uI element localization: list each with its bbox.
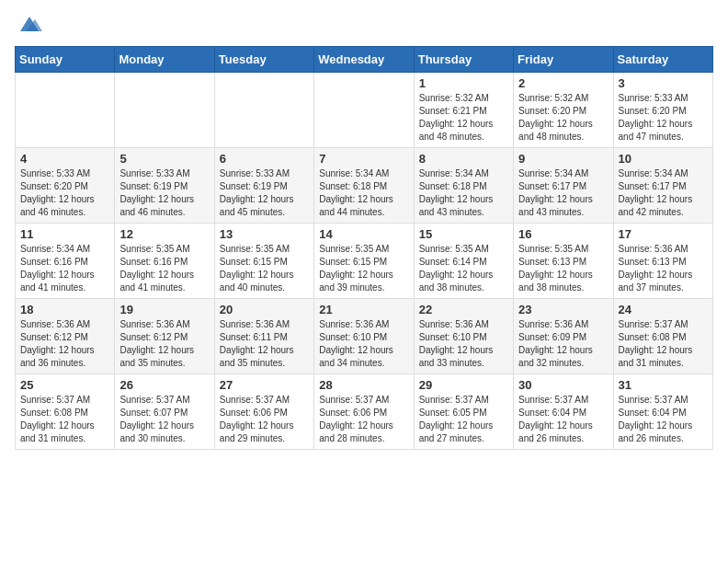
calendar-cell: 31Sunrise: 5:37 AM Sunset: 6:04 PM Dayli… <box>613 374 712 450</box>
calendar-cell: 13Sunrise: 5:35 AM Sunset: 6:15 PM Dayli… <box>214 224 313 299</box>
day-number: 29 <box>419 378 508 392</box>
day-info: Sunrise: 5:34 AM Sunset: 6:18 PM Dayligh… <box>319 167 408 219</box>
day-info: Sunrise: 5:37 AM Sunset: 6:05 PM Dayligh… <box>419 394 508 445</box>
day-number: 8 <box>419 152 508 166</box>
day-info: Sunrise: 5:36 AM Sunset: 6:12 PM Dayligh… <box>119 318 209 370</box>
day-number: 14 <box>319 227 408 241</box>
col-header-tuesday: Tuesday <box>214 47 313 73</box>
day-info: Sunrise: 5:33 AM Sunset: 6:20 PM Dayligh… <box>20 167 109 219</box>
day-number: 16 <box>518 227 608 241</box>
page-header <box>15 15 713 35</box>
calendar-cell: 6Sunrise: 5:33 AM Sunset: 6:19 PM Daylig… <box>214 148 313 224</box>
day-info: Sunrise: 5:33 AM Sunset: 6:19 PM Dayligh… <box>119 167 209 219</box>
day-number: 1 <box>419 76 508 90</box>
day-number: 20 <box>220 303 309 316</box>
calendar-cell: 1Sunrise: 5:32 AM Sunset: 6:21 PM Daylig… <box>414 73 513 148</box>
calendar-cell: 3Sunrise: 5:33 AM Sunset: 6:20 PM Daylig… <box>613 73 712 148</box>
day-number: 11 <box>20 227 109 241</box>
day-number: 21 <box>319 303 408 316</box>
calendar-cell <box>314 73 414 148</box>
col-header-monday: Monday <box>115 47 214 73</box>
day-info: Sunrise: 5:37 AM Sunset: 6:06 PM Dayligh… <box>220 394 309 445</box>
day-info: Sunrise: 5:34 AM Sunset: 6:16 PM Dayligh… <box>20 243 109 294</box>
day-number: 7 <box>319 152 408 166</box>
day-info: Sunrise: 5:35 AM Sunset: 6:13 PM Dayligh… <box>518 243 608 294</box>
logo <box>15 15 42 35</box>
day-number: 12 <box>119 227 209 241</box>
day-number: 15 <box>419 227 508 241</box>
day-number: 4 <box>20 152 109 166</box>
day-info: Sunrise: 5:36 AM Sunset: 6:10 PM Dayligh… <box>419 318 508 370</box>
calendar-cell: 26Sunrise: 5:37 AM Sunset: 6:07 PM Dayli… <box>115 374 214 450</box>
day-number: 30 <box>518 378 608 392</box>
col-header-saturday: Saturday <box>613 47 712 73</box>
logo-icon <box>17 15 42 35</box>
col-header-wednesday: Wednesday <box>314 47 414 73</box>
day-number: 5 <box>119 152 209 166</box>
day-number: 28 <box>319 378 408 392</box>
day-info: Sunrise: 5:34 AM Sunset: 6:17 PM Dayligh… <box>619 167 708 219</box>
day-number: 25 <box>20 378 109 392</box>
calendar-cell: 16Sunrise: 5:35 AM Sunset: 6:13 PM Dayli… <box>514 224 613 299</box>
day-info: Sunrise: 5:33 AM Sunset: 6:19 PM Dayligh… <box>220 167 309 219</box>
day-number: 26 <box>119 378 209 392</box>
calendar-week-row: 11Sunrise: 5:34 AM Sunset: 6:16 PM Dayli… <box>16 224 713 299</box>
col-header-sunday: Sunday <box>16 47 115 73</box>
calendar-cell: 5Sunrise: 5:33 AM Sunset: 6:19 PM Daylig… <box>115 148 214 224</box>
calendar-cell <box>16 73 115 148</box>
day-number: 18 <box>20 303 109 316</box>
day-info: Sunrise: 5:33 AM Sunset: 6:20 PM Dayligh… <box>619 92 708 144</box>
day-info: Sunrise: 5:35 AM Sunset: 6:16 PM Dayligh… <box>119 243 209 294</box>
calendar-week-row: 4Sunrise: 5:33 AM Sunset: 6:20 PM Daylig… <box>16 148 713 224</box>
calendar-cell <box>214 73 313 148</box>
day-number: 23 <box>518 303 608 316</box>
day-number: 17 <box>619 227 708 241</box>
calendar-cell: 11Sunrise: 5:34 AM Sunset: 6:16 PM Dayli… <box>16 224 115 299</box>
day-info: Sunrise: 5:37 AM Sunset: 6:04 PM Dayligh… <box>518 394 608 445</box>
calendar-cell: 18Sunrise: 5:36 AM Sunset: 6:12 PM Dayli… <box>16 299 115 374</box>
col-header-friday: Friday <box>514 47 613 73</box>
day-number: 24 <box>619 303 708 316</box>
calendar-cell: 4Sunrise: 5:33 AM Sunset: 6:20 PM Daylig… <box>16 148 115 224</box>
calendar-cell <box>115 73 214 148</box>
day-info: Sunrise: 5:36 AM Sunset: 6:09 PM Dayligh… <box>518 318 608 370</box>
day-info: Sunrise: 5:35 AM Sunset: 6:15 PM Dayligh… <box>319 243 408 294</box>
calendar-week-row: 1Sunrise: 5:32 AM Sunset: 6:21 PM Daylig… <box>16 73 713 148</box>
calendar-cell: 14Sunrise: 5:35 AM Sunset: 6:15 PM Dayli… <box>314 224 414 299</box>
calendar-cell: 21Sunrise: 5:36 AM Sunset: 6:10 PM Dayli… <box>314 299 414 374</box>
day-number: 27 <box>220 378 309 392</box>
day-number: 9 <box>518 152 608 166</box>
day-info: Sunrise: 5:32 AM Sunset: 6:21 PM Dayligh… <box>419 92 508 144</box>
calendar-cell: 29Sunrise: 5:37 AM Sunset: 6:05 PM Dayli… <box>414 374 513 450</box>
day-info: Sunrise: 5:37 AM Sunset: 6:08 PM Dayligh… <box>20 394 109 445</box>
calendar-cell: 8Sunrise: 5:34 AM Sunset: 6:18 PM Daylig… <box>414 148 513 224</box>
calendar-cell: 7Sunrise: 5:34 AM Sunset: 6:18 PM Daylig… <box>314 148 414 224</box>
day-info: Sunrise: 5:37 AM Sunset: 6:04 PM Dayligh… <box>619 394 708 445</box>
calendar-cell: 30Sunrise: 5:37 AM Sunset: 6:04 PM Dayli… <box>514 374 613 450</box>
col-header-thursday: Thursday <box>414 47 513 73</box>
calendar-table: SundayMondayTuesdayWednesdayThursdayFrid… <box>15 46 713 450</box>
day-info: Sunrise: 5:37 AM Sunset: 6:07 PM Dayligh… <box>119 394 209 445</box>
day-number: 13 <box>220 227 309 241</box>
calendar-cell: 28Sunrise: 5:37 AM Sunset: 6:06 PM Dayli… <box>314 374 414 450</box>
calendar-cell: 25Sunrise: 5:37 AM Sunset: 6:08 PM Dayli… <box>16 374 115 450</box>
day-info: Sunrise: 5:35 AM Sunset: 6:14 PM Dayligh… <box>419 243 508 294</box>
day-number: 22 <box>419 303 508 316</box>
day-info: Sunrise: 5:35 AM Sunset: 6:15 PM Dayligh… <box>220 243 309 294</box>
day-info: Sunrise: 5:36 AM Sunset: 6:10 PM Dayligh… <box>319 318 408 370</box>
day-info: Sunrise: 5:34 AM Sunset: 6:18 PM Dayligh… <box>419 167 508 219</box>
calendar-cell: 2Sunrise: 5:32 AM Sunset: 6:20 PM Daylig… <box>514 73 613 148</box>
calendar-cell: 12Sunrise: 5:35 AM Sunset: 6:16 PM Dayli… <box>115 224 214 299</box>
calendar-week-row: 18Sunrise: 5:36 AM Sunset: 6:12 PM Dayli… <box>16 299 713 374</box>
calendar-cell: 24Sunrise: 5:37 AM Sunset: 6:08 PM Dayli… <box>613 299 712 374</box>
day-info: Sunrise: 5:32 AM Sunset: 6:20 PM Dayligh… <box>518 92 608 144</box>
day-number: 10 <box>619 152 708 166</box>
day-info: Sunrise: 5:37 AM Sunset: 6:08 PM Dayligh… <box>619 318 708 370</box>
calendar-cell: 15Sunrise: 5:35 AM Sunset: 6:14 PM Dayli… <box>414 224 513 299</box>
day-info: Sunrise: 5:36 AM Sunset: 6:13 PM Dayligh… <box>619 243 708 294</box>
calendar-cell: 19Sunrise: 5:36 AM Sunset: 6:12 PM Dayli… <box>115 299 214 374</box>
day-info: Sunrise: 5:36 AM Sunset: 6:12 PM Dayligh… <box>20 318 109 370</box>
day-number: 6 <box>220 152 309 166</box>
calendar-header-row: SundayMondayTuesdayWednesdayThursdayFrid… <box>16 47 713 73</box>
day-info: Sunrise: 5:34 AM Sunset: 6:17 PM Dayligh… <box>518 167 608 219</box>
